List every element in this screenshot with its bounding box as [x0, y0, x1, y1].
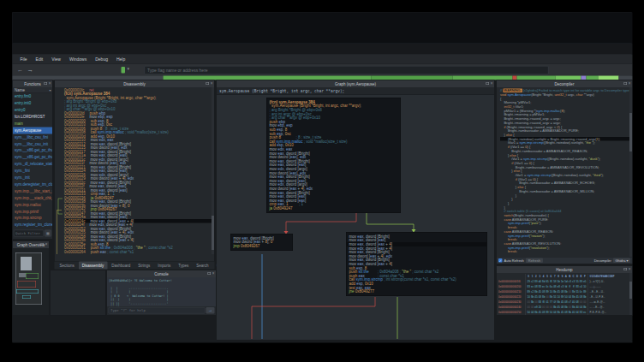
- menu-file[interactable]: File: [16, 55, 32, 64]
- tab-dashboard[interactable]: Dashboard: [108, 262, 134, 270]
- function-item[interactable]: entry0: [13, 107, 52, 114]
- window-bottom-strip: [13, 341, 633, 343]
- decompiler-engine-label: Decompiler: [594, 258, 611, 263]
- minimap-node: [26, 273, 39, 279]
- close-icon[interactable]: ×: [491, 82, 493, 86]
- auto-refresh-checkbox[interactable]: ✓: [498, 258, 503, 263]
- function-item[interactable]: fcn.LORDHROST: [13, 114, 52, 121]
- close-icon[interactable]: ×: [49, 82, 51, 86]
- console-panel: Console × [0x080490a1]> ?E Welcome to Cu…: [107, 270, 217, 316]
- decompiler-code: // WARNING: [r2ghidra] Failed to match t…: [497, 87, 632, 258]
- float-icon[interactable]: [207, 272, 211, 275]
- graph-node-entry[interactable]: (fcn) sym.Aeropause 384 sym.Aeropause (B…: [266, 98, 401, 213]
- minimap-node: [19, 273, 26, 277]
- search-input[interactable]: [145, 66, 549, 74]
- menu-help[interactable]: Help: [112, 55, 129, 64]
- window-title-area: [13, 13, 633, 44]
- function-item[interactable]: sym.__x86.get_pc_thunk.bp: [13, 147, 52, 154]
- menu-edit[interactable]: Edit: [32, 55, 48, 64]
- function-item[interactable]: sym.imp.__libc_start_main: [13, 188, 52, 195]
- console-input[interactable]: [109, 307, 206, 314]
- function-item[interactable]: sym.deregister_tm_clones: [13, 181, 52, 188]
- graph-node-true-branch[interactable]: mov eax, dword [Bright]mov eax, dword [e…: [346, 232, 487, 296]
- menu-windows[interactable]: Windows: [65, 55, 91, 64]
- quick-filter-input[interactable]: [14, 230, 44, 237]
- function-item[interactable]: sym.imp.printf: [13, 208, 52, 215]
- function-item[interactable]: sym.__x86.get_pc_thunk.bx: [13, 154, 52, 161]
- tab-sections[interactable]: Sections: [57, 262, 78, 270]
- float-icon[interactable]: [623, 82, 627, 85]
- float-icon[interactable]: [486, 82, 489, 85]
- scrollbar[interactable]: [212, 87, 214, 254]
- functions-list: entry.fini0entry.init0entry0fcn.LORDHROS…: [13, 93, 52, 228]
- function-item[interactable]: sym.imp.malloc: [13, 201, 52, 208]
- function-item[interactable]: sym.imp.__stack_chk_fail: [13, 194, 52, 201]
- graph-overview-minimap[interactable]: [13, 248, 49, 315]
- float-icon[interactable]: [623, 268, 627, 270]
- flagspace-caret-icon[interactable]: ▾: [128, 67, 130, 72]
- minimap-node: [17, 281, 36, 288]
- graph-asm-line[interactable]: jne 0x8049277: [347, 289, 487, 294]
- close-icon[interactable]: ×: [211, 82, 213, 86]
- tab-types[interactable]: Types: [175, 262, 192, 270]
- function-item[interactable]: sym.register_tm_clones: [13, 222, 52, 228]
- hexdump-grid[interactable]: 0123456789ABCDEF0123456789ABCDEF0x000000…: [497, 273, 632, 315]
- toolbar: ← → ▾: [13, 64, 633, 76]
- minimap-node: [22, 295, 31, 299]
- close-icon[interactable]: ×: [629, 82, 631, 86]
- auto-refresh-label: Auto Refresh: [504, 258, 524, 263]
- disassembly-panel: Disassembly × 0x000001fcret(fcn) sym.Aer…: [55, 80, 215, 262]
- scrollbar[interactable]: [629, 273, 632, 315]
- decompiler-panel-title: Decompiler ×: [497, 80, 632, 87]
- refresh-button[interactable]: Refresh: [526, 258, 543, 264]
- function-item[interactable]: main: [13, 121, 52, 128]
- disassembly-panel-title: Disassembly ×: [55, 80, 214, 87]
- function-item[interactable]: sym.imp.strcmp: [13, 215, 52, 222]
- tab-disassembly[interactable]: Disassembly: [79, 262, 108, 270]
- tab-imports[interactable]: Imports: [154, 262, 174, 270]
- float-icon[interactable]: [44, 82, 47, 85]
- tab-search[interactable]: Search: [193, 262, 212, 270]
- graph-overview-title: Graph Overview ×: [13, 241, 49, 248]
- close-icon[interactable]: ×: [45, 243, 48, 246]
- back-arrow-icon[interactable]: ←: [17, 66, 24, 74]
- graph-canvas[interactable]: (fcn) sym.Aeropause 384 sym.Aeropause (B…: [217, 95, 494, 340]
- graph-node-false-branch[interactable]: mov eax, dword [Bright]mov dword [eax + …: [230, 234, 293, 251]
- function-item[interactable]: sym._fini: [13, 168, 52, 175]
- forward-arrow-icon[interactable]: →: [27, 66, 34, 74]
- menu-view[interactable]: View: [47, 55, 65, 64]
- filter-options-button[interactable]: ▦: [45, 230, 51, 237]
- functions-panel: Functions × Name▾ entry.fini0entry.init0…: [13, 80, 53, 240]
- function-item[interactable]: sym.__libc_csu_init: [13, 140, 52, 147]
- function-item[interactable]: sym._init: [13, 175, 52, 181]
- hexdump-row[interactable]: 0x0000000000025050048b45088950048b45088b…: [498, 310, 631, 315]
- graph-asm-line[interactable]: jmp 0x8049267: [231, 244, 293, 248]
- asm-line[interactable]: 0x00000264push eax ; const char *s1: [64, 250, 214, 254]
- scrollbar[interactable]: [629, 87, 632, 258]
- menu-debug[interactable]: Debug: [91, 55, 112, 64]
- console-send-icon[interactable]: →: [206, 307, 215, 314]
- close-icon[interactable]: ×: [629, 268, 631, 271]
- functions-column-header[interactable]: Name▾: [13, 87, 52, 93]
- function-item[interactable]: sym.Aeropause: [13, 127, 52, 134]
- float-icon[interactable]: [206, 82, 209, 85]
- decompiler-panel: Decompiler × // WARNING: [r2ghidra] Fail…: [497, 80, 633, 264]
- graph-asm-line[interactable]: ja 0x8049247: [267, 206, 401, 211]
- graph-overview-panel: Graph Overview ×: [13, 241, 50, 316]
- tab-strings[interactable]: Strings: [134, 262, 153, 270]
- empty-dock: [51, 270, 106, 316]
- decompiler-line[interactable]: break;: [500, 250, 632, 254]
- minimap-node: [21, 257, 32, 270]
- graph-panel-title: Graph (sym.Aeropause) ×: [217, 80, 494, 87]
- function-item[interactable]: entry.fini0: [13, 93, 52, 100]
- flagspace-icon[interactable]: [122, 67, 126, 74]
- window-band: [13, 44, 633, 55]
- jump-arrows: [56, 88, 64, 254]
- function-item[interactable]: sym.__libc_csu_fini: [13, 134, 52, 140]
- float-icon[interactable]: [40, 243, 44, 246]
- function-item[interactable]: entry.init0: [13, 100, 52, 107]
- cutter-window: FileEditViewWindowsDebugHelp ← → ▾ Funct…: [12, 12, 632, 342]
- close-icon[interactable]: ×: [212, 272, 215, 276]
- decompiler-engine-select[interactable]: Ghidra ▾: [613, 258, 630, 264]
- function-item[interactable]: sym._dl_relocate_static_pie: [13, 161, 52, 168]
